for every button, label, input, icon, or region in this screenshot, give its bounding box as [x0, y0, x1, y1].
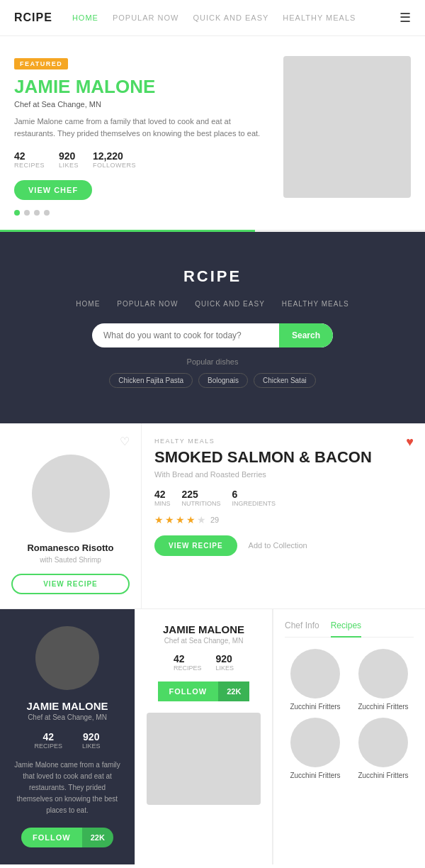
chef-subtitle-dark: Chef at Sea Change, MN: [28, 713, 107, 721]
chef-stats-dark: 42 RECIPES 920 LIKES: [34, 731, 100, 750]
dot-4[interactable]: [44, 210, 50, 216]
detail-mins-label: MINS: [154, 500, 171, 507]
dot-1[interactable]: [14, 210, 20, 216]
stat-likes: 920 LIKES: [59, 150, 79, 169]
chef-recipes-label-dark: RECIPES: [34, 742, 62, 750]
recipes-tabs: Chef Info Recipes: [285, 621, 414, 638]
recipe-title: Romanesco Risotto: [11, 542, 130, 553]
follow-button-row-mid: FOLLOW 22K: [147, 681, 261, 701]
cards-row: ♡ Romanesco Risotto with Sauted Shrimp V…: [0, 423, 425, 609]
detail-description: With Bread and Roasted Berries: [154, 470, 412, 479]
tab-chef-info[interactable]: Chef Info: [285, 621, 319, 631]
follow-count-mid[interactable]: 22K: [218, 681, 249, 701]
recipe-grid-item-1: Zucchini Fritters: [285, 649, 346, 711]
stat-followers: 12,220 FOLLOWERS: [93, 150, 136, 169]
stat-likes-label: LIKES: [59, 162, 79, 169]
dark-nav-healthy[interactable]: HEALTHY MEALS: [282, 300, 349, 308]
featured-content: FEATURED JAMIE MALONE Chef at Sea Change…: [14, 56, 272, 216]
dark-nav-popular[interactable]: POPULAR NOW: [117, 300, 178, 308]
dark-logo: RCIPE: [14, 267, 411, 286]
nav-link-popular[interactable]: POPULAR NOW: [113, 13, 179, 22]
star-2: ★: [165, 514, 174, 525]
chef-likes-label-dark: LIKES: [82, 742, 101, 750]
star-5: ★: [197, 514, 206, 525]
search-button[interactable]: Search: [279, 323, 333, 347]
detail-category: HEALTY MEALS: [154, 438, 412, 445]
stat-recipes-value: 42: [14, 150, 45, 162]
dark-nav-home[interactable]: HOME: [76, 300, 100, 308]
detail-stat-ingredients: 6 INGREDIENTS: [232, 489, 276, 507]
nav-links: HOME POPULAR NOW QUICK AND EASY HEALTHY …: [72, 13, 400, 22]
star-1: ★: [154, 514, 164, 525]
follow-button-row-dark: FOLLOW 22K: [21, 828, 113, 847]
chef-dark-card: JAMIE MALONE Chef at Sea Change, MN 42 R…: [0, 609, 135, 864]
chef-recipes-val-mid: 42: [174, 653, 202, 664]
chef-recipes-val-dark: 42: [34, 731, 62, 742]
chef-name-mid: JAMIE MALONE: [147, 623, 261, 635]
recipe-thumb-1: [290, 649, 340, 699]
dark-nav-quick[interactable]: QUICK AND EASY: [195, 300, 264, 308]
recipe-thumb-label-3: Zucchini Fritters: [285, 772, 346, 779]
stat-followers-label: FOLLOWERS: [93, 162, 136, 169]
dot-3[interactable]: [34, 210, 40, 216]
recipe-thumb-label-1: Zucchini Fritters: [285, 703, 346, 711]
follow-count-dark[interactable]: 22K: [82, 828, 113, 847]
nav-link-healthy[interactable]: HEALTHY MEALS: [283, 13, 356, 22]
follow-button-dark[interactable]: FOLLOW: [21, 828, 82, 847]
star-rating: ★ ★ ★ ★ ★ 29: [154, 514, 412, 525]
tag-fajita[interactable]: Chicken Fajita Pasta: [109, 373, 193, 388]
chef-likes-val-mid: 920: [216, 653, 234, 664]
featured-badge: FEATURED: [14, 58, 68, 69]
tag-bolognais[interactable]: Bolognais: [198, 373, 248, 388]
nav-link-home[interactable]: HOME: [72, 13, 98, 22]
carousel-dots: [14, 210, 272, 216]
chef-image-placeholder: [147, 713, 261, 805]
stat-followers-value: 12,220: [93, 150, 136, 162]
add-collection-link[interactable]: Add to Collection: [249, 541, 307, 550]
recipe-subtitle: with Sauted Shrimp: [11, 556, 130, 564]
popular-tags: Chicken Fajita Pasta Bolognais Chicken S…: [14, 373, 411, 388]
nav-logo: RCIPE: [14, 11, 52, 24]
star-4: ★: [186, 514, 196, 525]
featured-bio: Jamie Malone came from a family that lov…: [14, 116, 272, 140]
detail-nutrition-value: 225: [182, 489, 221, 500]
detail-nutrition-label: NUTRITIONS: [182, 500, 221, 507]
follow-button-mid[interactable]: FOLLOW: [158, 681, 219, 701]
chef-stat-recipes-mid: 42 RECIPES: [174, 653, 202, 672]
chef-info-mid: JAMIE MALONE Chef at Sea Change, MN 42 R…: [135, 609, 273, 864]
detail-mins-value: 42: [154, 489, 171, 500]
recipe-detail-card: ♥ HEALTY MEALS SMOKED SALMON & BACON Wit…: [142, 423, 425, 609]
recipe-card-left: ♡ Romanesco Risotto with Sauted Shrimp V…: [0, 423, 142, 609]
search-input[interactable]: [92, 323, 279, 347]
detail-stat-nutrition: 225 NUTRITIONS: [182, 489, 221, 507]
chef-likes-val-dark: 920: [82, 731, 101, 742]
view-recipe-button-left[interactable]: VIEW RECIPE: [11, 574, 130, 594]
chef-stat-likes-mid: 920 LIKES: [216, 653, 234, 672]
dot-2[interactable]: [24, 210, 30, 216]
star-3: ★: [176, 514, 185, 525]
recipe-thumb-4: [358, 718, 408, 767]
heart-icon-detail[interactable]: ♥: [406, 435, 414, 450]
recipe-thumb-3: [290, 718, 340, 767]
nav-link-quick[interactable]: QUICK AND EASY: [193, 13, 268, 22]
recipe-grid-item-3: Zucchini Fritters: [285, 718, 346, 779]
tag-satai[interactable]: Chicken Satai: [254, 373, 316, 388]
chef-subtitle-mid: Chef at Sea Change, MN: [147, 637, 261, 645]
search-bar: Search: [92, 323, 333, 347]
tab-recipes[interactable]: Recipes: [331, 621, 361, 638]
detail-ingredients-value: 6: [232, 489, 276, 500]
chef-stat-recipes-dark: 42 RECIPES: [34, 731, 62, 750]
bottom-row: JAMIE MALONE Chef at Sea Change, MN 42 R…: [0, 609, 425, 864]
view-recipe-button-detail[interactable]: VIEW RECIPE: [154, 535, 237, 556]
featured-name: JAMIE MALONE: [14, 77, 272, 97]
chef-likes-label-mid: LIKES: [216, 664, 234, 672]
recipes-grid: Zucchini Fritters Zucchini Fritters Zucc…: [285, 649, 414, 779]
hamburger-icon[interactable]: ☰: [400, 10, 411, 26]
featured-subtitle: Chef at Sea Change, MN: [14, 100, 272, 108]
star-count: 29: [210, 516, 219, 524]
view-chef-button[interactable]: VIEW CHEF: [14, 180, 92, 200]
heart-icon-recipe[interactable]: ♡: [120, 435, 130, 448]
stat-likes-value: 920: [59, 150, 79, 162]
featured-section: FEATURED JAMIE MALONE Chef at Sea Change…: [0, 36, 425, 230]
chef-stat-likes-dark: 920 LIKES: [82, 731, 101, 750]
